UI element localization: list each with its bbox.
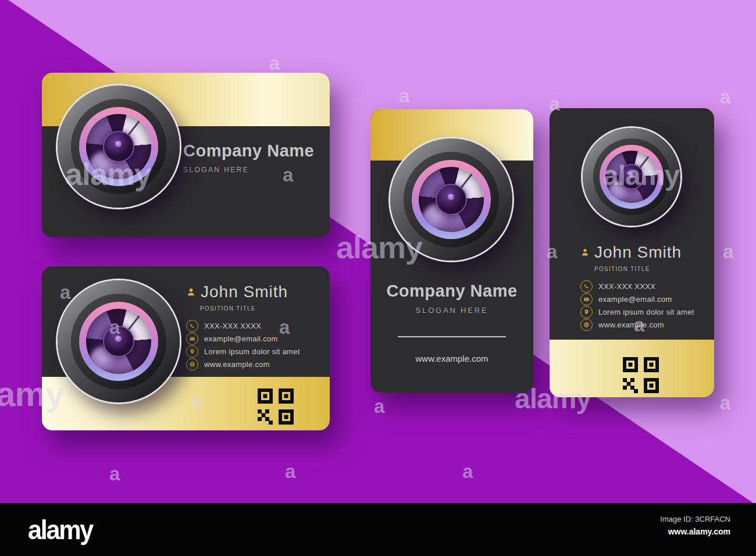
lens-highlight-dot	[115, 336, 122, 342]
contact-row-address: Lorem ipsum dolor sit amet	[580, 307, 694, 316]
lens-aperture	[605, 151, 657, 202]
contact-row-website: www.example.com	[186, 359, 300, 369]
phone-text: XXX-XXX XXXX	[204, 322, 261, 330]
globe-icon	[580, 319, 593, 331]
globe-icon	[186, 358, 198, 370]
website-text: www.example.com	[370, 354, 533, 363]
qr-code	[623, 357, 659, 393]
lens-iris	[103, 131, 134, 162]
contact-list: XXX-XXX XXXX example@email.com Lorem ips…	[186, 321, 300, 369]
lens-aperture	[86, 114, 151, 179]
camera-lens-graphic	[390, 138, 512, 261]
slogan-text: SLOGAN HERE	[183, 166, 314, 174]
lens-highlight-dot	[629, 172, 634, 177]
email-text: example@email.com	[204, 334, 278, 343]
position-title-text: POSITION TITLE	[594, 266, 694, 272]
person-name-text: John Smith	[594, 243, 682, 262]
lens-iris	[436, 184, 467, 215]
phone-icon	[186, 320, 198, 332]
watermark-letter: a	[269, 54, 280, 73]
contact-row-email: example@email.com	[186, 334, 300, 343]
image-id-text: Image ID: 3CRFACN	[660, 515, 730, 523]
address-text: Lorem ipsum dolor sit amet	[204, 347, 300, 356]
watermark-letter: a	[720, 393, 730, 412]
lens-highlight-dot	[448, 194, 454, 200]
website-text: www.example.com	[598, 320, 664, 329]
contact-row-phone: XXX-XXX XXXX	[186, 321, 300, 330]
location-pin-icon	[186, 345, 198, 358]
person-icon	[186, 287, 196, 297]
camera-lens-graphic	[583, 128, 680, 226]
contact-row-website: www.example.com	[580, 320, 694, 329]
company-name-text: Company Name	[370, 281, 533, 301]
lens-highlight-dot	[115, 141, 122, 147]
contact-row-phone: XXX-XXX XXXX	[580, 281, 694, 291]
person-name-text: John Smith	[201, 283, 288, 301]
lens-aperture	[419, 167, 483, 231]
image-meta: Image ID: 3CRFACN www.alamy.com	[660, 515, 730, 536]
business-card-front-horizontal: Company Name SLOGAN HERE www.example.com	[42, 73, 330, 237]
lens-iris	[619, 164, 644, 190]
business-card-front-vertical: Company Name SLOGAN HERE www.example.com	[370, 109, 533, 393]
slogan-text: SLOGAN HERE	[370, 306, 533, 315]
email-text: example@email.com	[598, 295, 672, 304]
camera-lens-graphic	[58, 85, 180, 208]
stock-photo-canvas: Company Name SLOGAN HERE www.example.com	[0, 0, 756, 556]
qr-code	[258, 389, 294, 425]
person-icon	[580, 248, 590, 257]
lens-iris	[103, 326, 134, 357]
location-pin-icon	[580, 306, 593, 318]
contact-row-address: Lorem ipsum dolor sit amet	[186, 347, 300, 356]
divider-line	[398, 336, 506, 337]
phone-icon	[580, 280, 593, 293]
watermark-letter: a	[723, 242, 733, 261]
business-card-back-vertical: John Smith POSITION TITLE XXX-XXX XXXX e…	[550, 108, 714, 397]
watermark-letter: a	[399, 86, 409, 105]
email-icon	[186, 333, 198, 345]
alamy-logo: alamy	[28, 514, 92, 546]
alamy-url-text: www.alamy.com	[660, 527, 730, 536]
company-name-text: Company Name	[183, 141, 314, 161]
alamy-footer-bar: alamy Image ID: 3CRFACN www.alamy.com	[0, 503, 756, 556]
lens-aperture	[86, 309, 151, 373]
position-title-text: POSITION TITLE	[200, 305, 300, 312]
phone-text: XXX-XXX XXXX	[598, 282, 655, 291]
email-icon	[580, 293, 593, 305]
website-text: www.example.com	[204, 360, 270, 369]
contact-row-email: example@email.com	[580, 294, 694, 304]
watermark-letter: a	[720, 87, 730, 106]
business-card-back-horizontal: John Smith POSITION TITLE XXX-XXX XXXX e…	[42, 266, 330, 430]
contact-list: XXX-XXX XXXX example@email.com Lorem ips…	[580, 281, 694, 329]
address-text: Lorem ipsum dolor sit amet	[598, 308, 694, 316]
camera-lens-graphic	[58, 280, 180, 402]
